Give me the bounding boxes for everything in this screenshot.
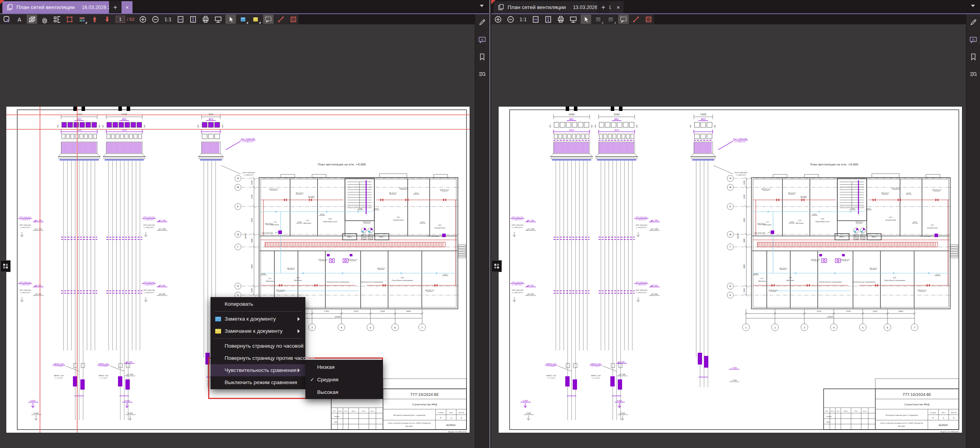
panel-menu-dropdown-icon[interactable] [480, 5, 484, 7]
panel-splitter[interactable] [489, 0, 490, 448]
tab-close-icon[interactable]: × [125, 4, 129, 11]
page-indicator[interactable]: 1/ 62 [114, 16, 136, 23]
pan-tool-button[interactable] [39, 15, 50, 24]
zoom-out-button[interactable] [505, 15, 516, 24]
new-tab-button[interactable]: + [597, 1, 610, 13]
next-difference-button[interactable] [102, 15, 113, 24]
svg-text:Изм.: Изм. [333, 410, 336, 412]
select-cursor-button[interactable] [225, 15, 236, 24]
search-panel-button[interactable] [968, 69, 978, 79]
current-page-input[interactable]: 1 [116, 16, 125, 23]
submenu-item[interactable]: Низкая [305, 361, 383, 373]
note-tool-button[interactable] [238, 15, 249, 24]
comments-panel-button[interactable]: A: [968, 34, 978, 45]
svg-text:4800: 4800 [743, 264, 745, 268]
svg-text:ПВУ.1: ПВУ.1 [839, 236, 844, 238]
select-cursor-button[interactable] [581, 15, 591, 24]
fit-width-button[interactable] [175, 15, 186, 24]
svg-text:Магазин: Магазин [796, 222, 804, 224]
svg-text:ДПУ-М 125: ДПУ-М 125 [768, 289, 778, 291]
tab-close-icon[interactable]: × [617, 4, 620, 11]
actual-size-button[interactable]: 1:1 [163, 15, 173, 24]
recognize-text-button[interactable]: A [2, 15, 12, 24]
svg-text:500: 500 [57, 125, 59, 128]
zoom-out-button[interactable] [150, 15, 161, 24]
presentation-mode-button[interactable] [213, 15, 223, 24]
submenu-item[interactable]: Высокая [305, 386, 383, 398]
fit-width-button[interactable] [530, 15, 541, 24]
svg-text:110: 110 [798, 219, 802, 221]
svg-text:АРН 300х300: АРН 300х300 [754, 232, 766, 234]
new-tab-button[interactable]: + [109, 1, 122, 13]
menu-item[interactable]: Повернуть страницу по часовой [211, 340, 305, 352]
annotate-pencil-button[interactable] [968, 17, 978, 27]
page-thumbnails-button[interactable] [52, 15, 62, 24]
svg-text:L=7 м³/ч: L=7 м³/ч [100, 365, 107, 367]
search-panel-button[interactable] [477, 69, 487, 79]
menu-item[interactable]: Выключить режим сравнения [211, 376, 305, 388]
svg-text:L=50.0 м³/ч: L=50.0 м³/ч [636, 292, 647, 294]
bookmarks-panel-button[interactable] [968, 52, 978, 62]
color-mode-button[interactable] [77, 15, 87, 24]
actual-size-button[interactable]: 1:1 [518, 15, 528, 24]
right-document-page[interactable]: 3260ВЕ150050032003260ВЕ250050032001500ВЕ… [499, 107, 962, 433]
menu-item[interactable]: Чувствительность сравнения [211, 364, 305, 376]
submenu-arrow-icon [298, 317, 300, 321]
comment-tool-button[interactable] [263, 15, 274, 24]
select-region-button[interactable] [64, 15, 75, 24]
measure-line-tool-button[interactable] [631, 15, 641, 24]
panel-collapse-toggle[interactable] [492, 260, 502, 272]
zoom-in-button[interactable] [138, 15, 148, 24]
svg-text:3260: 3260 [121, 113, 127, 116]
print-button[interactable] [555, 15, 566, 24]
svg-text:№док.: №док. [352, 410, 356, 412]
fit-height-button[interactable] [543, 15, 554, 24]
print-button[interactable] [200, 15, 211, 24]
svg-text:500: 500 [714, 125, 716, 128]
svg-text:Техническое помещение: Техническое помещение [360, 281, 383, 283]
svg-text:L=50.0 м³/ч: L=50.0 м³/ч [636, 219, 647, 221]
dropdown-corner-icon [601, 22, 603, 24]
right-canvas[interactable]: 3260ВЕ150050032003260ВЕ250050032001500ВЕ… [491, 24, 966, 448]
svg-text:A: A [18, 16, 22, 22]
panel-menu-dropdown-icon[interactable] [971, 5, 975, 7]
svg-text:5: 5 [953, 417, 954, 419]
svg-text:ДК 0/125: ДК 0/125 [788, 192, 796, 194]
compare-mode-button[interactable] [27, 15, 37, 24]
svg-text:112: 112 [760, 278, 764, 279]
presentation-mode-button[interactable] [568, 15, 579, 24]
submenu-item[interactable]: ✓Средняя [305, 373, 383, 386]
compare-region-tool-button[interactable] [643, 15, 654, 24]
svg-text:ВЕ2: ВЕ2 [122, 118, 127, 120]
measure-line-tool-button[interactable] [276, 15, 286, 24]
text-tool-button[interactable]: A [14, 15, 25, 24]
svg-text:ДПУ-М 125: ДПУ-М 125 [811, 259, 820, 261]
remark-tool-button[interactable] [250, 15, 261, 24]
previous-difference-button[interactable] [89, 15, 100, 24]
svg-text:A: A [6, 18, 10, 23]
svg-text:-1.500: -1.500 [731, 367, 737, 369]
panel-collapse-toggle[interactable] [0, 260, 11, 272]
comments-panel-button[interactable]: A: [477, 34, 487, 45]
svg-text:Г: Г [237, 245, 239, 248]
compare-region-tool-button[interactable] [288, 15, 299, 24]
svg-text:L=7 м³/ч: L=7 м³/ч [547, 365, 555, 367]
fit-height-button[interactable] [188, 15, 198, 24]
zoom-in-button[interactable] [493, 15, 503, 24]
svg-text:A:: A: [481, 38, 484, 42]
svg-text:ДПУ-М 125: ДПУ-М 125 [425, 289, 434, 291]
comment-tool-button[interactable] [618, 15, 629, 24]
bookmarks-panel-button[interactable] [477, 52, 487, 62]
menu-item[interactable]: Заметка к документу [211, 313, 305, 325]
menu-item[interactable]: Замечание к документу [211, 325, 305, 337]
svg-text:ВЕНТС 100: ВЕНТС 100 [99, 375, 109, 377]
svg-text:3100: 3100 [873, 310, 877, 312]
dropdown-corner-icon [85, 22, 87, 24]
svg-text:ДК 0/125: ДК 0/125 [779, 267, 787, 269]
annotate-pencil-button[interactable] [477, 17, 487, 27]
menu-item[interactable]: Копировать [211, 298, 305, 310]
svg-text:L=50.0 м³/ч: L=50.0 м³/ч [512, 227, 523, 229]
left-toolbar: AA1/ 621:1 [0, 14, 299, 24]
menu-item[interactable]: Повернуть страницу против часовой [211, 352, 305, 364]
svg-text:Е: Е [237, 205, 239, 208]
